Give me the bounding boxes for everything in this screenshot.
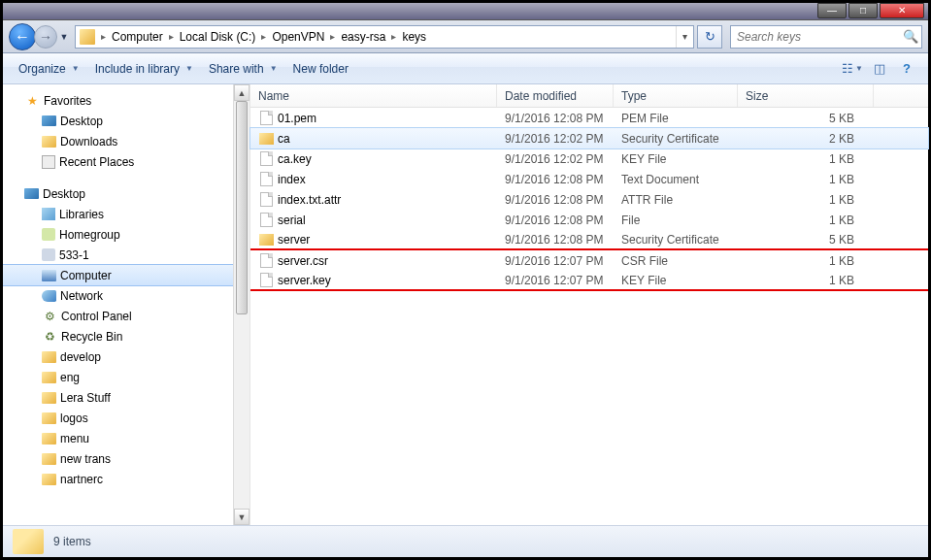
search-icon: 🔍 [900,29,921,44]
file-icon [258,273,274,288]
include-in-library-menu[interactable]: Include in library▼ [87,58,201,80]
preview-pane-button[interactable]: ◫ [868,58,891,80]
tree-label: new trans [60,452,111,466]
organize-menu[interactable]: Organize▼ [11,58,87,80]
tree-item-control-panel[interactable]: ⚙Control Panel [3,306,249,326]
breadcrumb-item-computer[interactable]: Computer [108,26,167,48]
tree-label: Downloads [60,135,117,148]
tree-label: Recycle Bin [61,330,122,344]
file-row[interactable]: server.csr9/1/2016 12:07 PMCSR File1 KB [250,250,928,271]
tree-item-folder[interactable]: Lera Stuff [3,387,249,408]
chevron-down-icon: ▼ [270,64,278,73]
tree-item-folder[interactable]: develop [3,346,249,367]
scroll-thumb[interactable] [236,101,248,314]
status-item-count: 9 items [53,535,91,548]
file-row[interactable]: index.txt.attr9/1/2016 12:08 PMATTR File… [250,189,928,210]
search-input[interactable] [731,30,900,44]
file-row[interactable]: 01.pem9/1/2016 12:08 PMPEM File5 KB [250,108,928,128]
column-header-size[interactable]: Size [738,84,874,107]
tree-label: Control Panel [61,310,132,323]
nav-scrollbar[interactable]: ▲ ▼ [233,84,249,525]
minimize-button[interactable]: — [817,3,847,18]
tree-item-folder[interactable]: menu [3,428,249,448]
help-button[interactable]: ? [895,58,918,80]
nav-forward-button[interactable]: → [34,25,57,49]
network-icon [42,290,56,302]
chevron-right-icon[interactable]: ▸ [167,31,176,42]
file-row[interactable]: server.key9/1/2016 12:07 PMKEY File1 KB [250,271,928,291]
toolbar: Organize▼ Include in library▼ Share with… [3,53,928,84]
file-size: 2 KB [738,132,874,146]
explorer-window: — □ ✕ ← → ▼ ▸ Computer ▸ Local Disk (C:)… [3,3,928,557]
scroll-up-button[interactable]: ▲ [234,84,249,101]
file-name: 01.pem [278,112,316,125]
tree-item-user[interactable]: 533-1 [3,245,249,265]
file-icon [258,172,274,187]
tree-label: Homegroup [59,228,120,242]
tree-favorites-header[interactable]: ★Favorites [3,90,249,111]
tree-item-network[interactable]: Network [3,285,249,306]
maximize-button[interactable]: □ [848,3,878,18]
breadcrumb-item-keys[interactable]: keys [398,26,430,48]
tree-item-recycle-bin[interactable]: ♻Recycle Bin [3,326,249,346]
tree-item-homegroup[interactable]: Homegroup [3,224,249,245]
file-date: 9/1/2016 12:08 PM [497,233,614,247]
column-header-type[interactable]: Type [614,84,738,107]
homegroup-icon [42,228,55,241]
tree-label: Computer [60,269,112,282]
view-options-button[interactable]: ☷▼ [841,58,864,80]
chevron-right-icon[interactable]: ▸ [328,31,337,42]
tree-label: menu [60,432,89,445]
breadcrumb-dropdown[interactable]: ▾ [676,26,693,48]
tree-item-computer[interactable]: Computer [3,265,249,285]
chevron-down-icon: ▼ [185,64,193,73]
nav-back-button[interactable]: ← [9,23,36,50]
tree-label: nartnerc [60,473,103,486]
file-row[interactable]: server9/1/2016 12:08 PMSecurity Certific… [250,230,928,250]
tree-item-recent-places[interactable]: Recent Places [3,151,249,172]
recent-icon [42,155,55,169]
tree-item-folder[interactable]: eng [3,367,249,387]
file-icon [258,151,274,167]
folder-icon [42,412,56,424]
tree-item-desktop[interactable]: Desktop [3,111,249,131]
file-date: 9/1/2016 12:08 PM [497,193,614,207]
tree-item-downloads[interactable]: Downloads [3,131,249,151]
breadcrumb-item-easyrsa[interactable]: easy-rsa [337,26,389,48]
column-header-date[interactable]: Date modified [497,84,614,107]
refresh-icon: ↻ [705,29,715,44]
folder-icon [42,372,56,383]
new-folder-button[interactable]: New folder [285,58,356,80]
search-box[interactable]: 🔍 [730,25,922,49]
chevron-right-icon[interactable]: ▸ [99,31,108,42]
file-list[interactable]: 01.pem9/1/2016 12:08 PMPEM File5 KBca9/1… [250,108,928,525]
tree-label: logos [60,412,88,425]
breadcrumb-item-openvpn[interactable]: OpenVPN [268,26,328,48]
tree-desktop-header[interactable]: Desktop [3,183,249,204]
control-panel-icon: ⚙ [42,309,57,324]
chevron-right-icon[interactable]: ▸ [259,31,268,42]
breadcrumb-item-localdisk[interactable]: Local Disk (C:) [176,26,260,48]
breadcrumb[interactable]: ▸ Computer ▸ Local Disk (C:) ▸ OpenVPN ▸… [75,25,694,49]
tree-item-folder[interactable]: logos [3,408,249,428]
chevron-right-icon[interactable]: ▸ [389,31,398,42]
refresh-button[interactable]: ↻ [697,25,722,49]
share-with-menu[interactable]: Share with▼ [201,58,285,80]
window-titlebar[interactable]: — □ ✕ [3,3,928,20]
file-row[interactable]: ca.key9/1/2016 12:02 PMKEY File1 KB [250,148,928,169]
tree-item-folder[interactable]: new trans [3,448,249,469]
file-row[interactable]: serial9/1/2016 12:08 PMFile1 KB [250,210,928,230]
file-row[interactable]: index9/1/2016 12:08 PMText Document1 KB [250,169,928,189]
tree-item-folder[interactable]: nartnerc [3,469,249,489]
scroll-down-button[interactable]: ▼ [234,509,249,525]
preview-pane-icon: ◫ [874,61,885,76]
navigation-pane: ★Favorites Desktop Downloads Recent Plac… [3,84,250,525]
tree-label: Desktop [43,187,85,201]
close-button[interactable]: ✕ [880,3,924,18]
column-header-name[interactable]: Name [250,84,497,107]
status-bar: 9 items [3,525,928,557]
location-folder-icon [80,29,95,45]
tree-item-libraries[interactable]: Libraries [3,204,249,224]
nav-history-dropdown[interactable]: ▼ [57,32,71,42]
file-row[interactable]: ca9/1/2016 12:02 PMSecurity Certificate2… [250,128,928,148]
